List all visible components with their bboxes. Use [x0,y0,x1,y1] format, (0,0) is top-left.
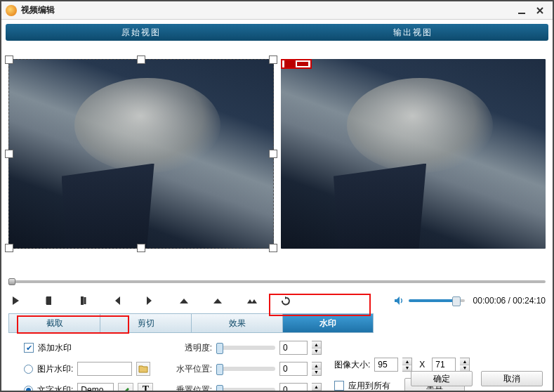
width-value[interactable] [374,358,398,372]
add-watermark-checkbox[interactable]: ✔ [24,343,34,353]
opacity-down[interactable]: ▼ [312,348,321,355]
crop-selection[interactable] [8,59,274,249]
minimize-button[interactable] [513,4,530,17]
text-watermark-input[interactable] [77,383,114,392]
width-down[interactable]: ▼ [402,365,411,372]
undo-button[interactable] [278,294,292,308]
hpos-label: 水平位置: [173,363,212,375]
step-fwd-button[interactable] [211,294,225,308]
hpos-value[interactable] [279,362,308,376]
handle-l[interactable] [5,150,13,158]
handle-br[interactable] [269,244,277,252]
handle-r[interactable] [269,150,277,158]
vpos-label: 垂置位置: [173,384,212,393]
jump-button[interactable] [244,294,258,308]
vpos-value[interactable] [279,383,308,392]
time-display: 00:00:06 / 00:24:10 [473,296,546,306]
volume-icon[interactable] [393,295,404,306]
mark-out-button[interactable] [76,294,90,308]
apply-all-label: 应用到所有 [348,380,390,392]
view-header: 原始视图 输出视图 [6,24,548,41]
tab-watermark[interactable]: 水印 [282,313,374,333]
width-up[interactable]: ▲ [402,358,411,365]
size-x: X [416,360,428,370]
tab-crop[interactable]: 截取 [8,313,100,333]
handle-t[interactable] [137,55,145,64]
height-value[interactable] [432,358,456,372]
handle-tr[interactable] [269,55,277,64]
opacity-slider[interactable] [216,346,275,350]
tab-trim[interactable]: 剪切 [100,313,191,333]
timeline-scrubber[interactable] [8,277,546,287]
image-size-label: 图像大小: [334,359,370,371]
original-view-label: 原始视图 [6,24,277,41]
handle-tl[interactable] [5,55,13,64]
opacity-label: 透明度: [173,342,212,354]
image-watermark-path[interactable] [77,362,132,376]
next-key-button[interactable] [143,294,157,308]
text-watermark-radio[interactable] [24,386,33,393]
hpos-up[interactable]: ▲ [312,362,321,370]
apply-all-checkbox[interactable]: ✔ [334,381,344,391]
prev-key-button[interactable] [110,294,124,308]
tabs: 截取 剪切 效果 水印 [8,313,546,333]
ok-button[interactable]: 确定 [411,371,473,386]
svg-rect-0 [518,13,525,14]
text-watermark-label: 文字水印: [37,384,73,393]
hpos-down[interactable]: ▼ [312,370,321,376]
mark-in-button[interactable] [42,294,56,308]
output-preview[interactable] [281,59,546,249]
vpos-slider[interactable] [216,388,275,392]
scrub-thumb[interactable] [8,278,15,285]
browse-image-button[interactable] [136,362,150,376]
handle-b[interactable] [137,244,145,252]
image-watermark-label: 图片水印: [37,363,73,375]
height-down[interactable]: ▼ [460,365,469,372]
window-title: 视频编辑 [21,4,55,16]
tab-effect[interactable]: 效果 [191,313,282,333]
vpos-up[interactable]: ▲ [312,384,321,391]
add-watermark-label: 添加水印 [38,342,72,354]
height-up[interactable]: ▲ [460,358,469,365]
step-back-button[interactable] [177,294,191,308]
output-view-label: 输出视图 [277,24,549,41]
opacity-value[interactable] [279,341,308,355]
handle-bl[interactable] [5,244,13,252]
volume-slider[interactable] [409,299,465,302]
original-preview[interactable] [8,59,274,249]
cancel-button[interactable]: 取消 [481,371,543,386]
close-button[interactable] [532,4,548,17]
image-watermark-radio[interactable] [24,365,33,374]
opacity-up[interactable]: ▲ [312,341,321,348]
watermark-overlay[interactable] [281,59,312,69]
color-picker-button[interactable] [118,383,133,392]
font-button[interactable]: T [138,383,153,392]
hpos-slider[interactable] [216,367,275,371]
titlebar: 视频编辑 [1,1,553,20]
play-button[interactable] [8,294,22,308]
app-icon [6,5,17,16]
